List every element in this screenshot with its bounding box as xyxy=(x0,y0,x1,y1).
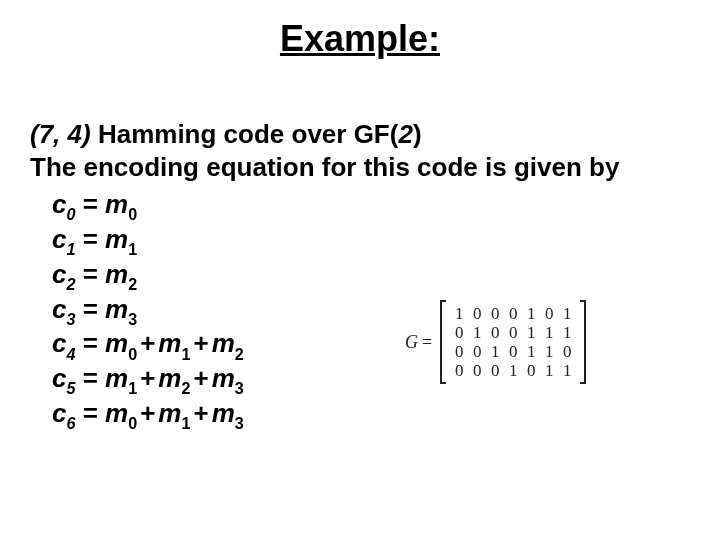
matrix-cell: 0 xyxy=(491,323,500,343)
matrix-grid: 1000101010011100101100001011 xyxy=(444,300,582,384)
matrix-cell: 0 xyxy=(473,361,482,381)
matrix-cell: 0 xyxy=(491,361,500,381)
matrix-cell: 0 xyxy=(509,342,518,362)
bracket-left-icon xyxy=(438,300,444,384)
matrix-cell: 1 xyxy=(545,361,554,381)
matrix-cell: 1 xyxy=(563,361,572,381)
encoding-line: The encoding equation for this code is g… xyxy=(30,151,690,184)
matrix-cell: 1 xyxy=(563,304,572,324)
matrix-cell: 0 xyxy=(509,323,518,343)
slide: Example: (7, 4) Hamming code over GF(2) … xyxy=(0,0,720,540)
eq-c4: c4 = m0+m1+m2 xyxy=(52,328,690,363)
matrix-cell: 1 xyxy=(545,323,554,343)
matrix-cell: 0 xyxy=(545,304,554,324)
slide-title: Example: xyxy=(0,18,720,60)
matrix-cell: 0 xyxy=(473,342,482,362)
matrix-cell: 1 xyxy=(509,361,518,381)
generator-matrix: G = 1000101010011100101100001011 xyxy=(405,300,588,384)
eq-c0: c0 = m0 xyxy=(52,189,690,224)
eq-c2: c2 = m2 xyxy=(52,259,690,294)
matrix-cell: 0 xyxy=(491,304,500,324)
eq-c6: c6 = m0+m1+m3 xyxy=(52,398,690,433)
matrix-body: 1000101010011100101100001011 xyxy=(438,300,588,384)
hamming-params: (7, 4) xyxy=(30,119,91,149)
eq-c5: c5 = m1+m2+m3 xyxy=(52,363,690,398)
bracket-right-icon xyxy=(582,300,588,384)
matrix-cell: 1 xyxy=(563,323,572,343)
hamming-text-1: Hamming code over GF( xyxy=(91,119,399,149)
matrix-eq: = xyxy=(422,332,432,353)
matrix-cell: 1 xyxy=(491,342,500,362)
matrix-cell: 0 xyxy=(455,361,464,381)
matrix-cell: 0 xyxy=(527,361,536,381)
matrix-cell: 0 xyxy=(455,323,464,343)
gf-base: 2 xyxy=(398,119,412,149)
matrix-cell: 1 xyxy=(527,323,536,343)
matrix-cell: 0 xyxy=(509,304,518,324)
slide-body: (7, 4) Hamming code over GF(2) The encod… xyxy=(30,118,690,433)
matrix-cell: 1 xyxy=(455,304,464,324)
hamming-line: (7, 4) Hamming code over GF(2) xyxy=(30,118,690,151)
eq-c3: c3 = m3 xyxy=(52,294,690,329)
matrix-label: G xyxy=(405,332,418,353)
matrix-cell: 1 xyxy=(545,342,554,362)
matrix-cell: 1 xyxy=(527,304,536,324)
matrix-cell: 1 xyxy=(527,342,536,362)
hamming-text-2: ) xyxy=(413,119,422,149)
matrix-cell: 0 xyxy=(455,342,464,362)
matrix-cell: 1 xyxy=(473,323,482,343)
matrix-cell: 0 xyxy=(473,304,482,324)
matrix-cell: 0 xyxy=(563,342,572,362)
equations-block: c0 = m0 c1 = m1 c2 = m2 c3 = m3 c4 = m0+… xyxy=(30,189,690,433)
eq-c1: c1 = m1 xyxy=(52,224,690,259)
